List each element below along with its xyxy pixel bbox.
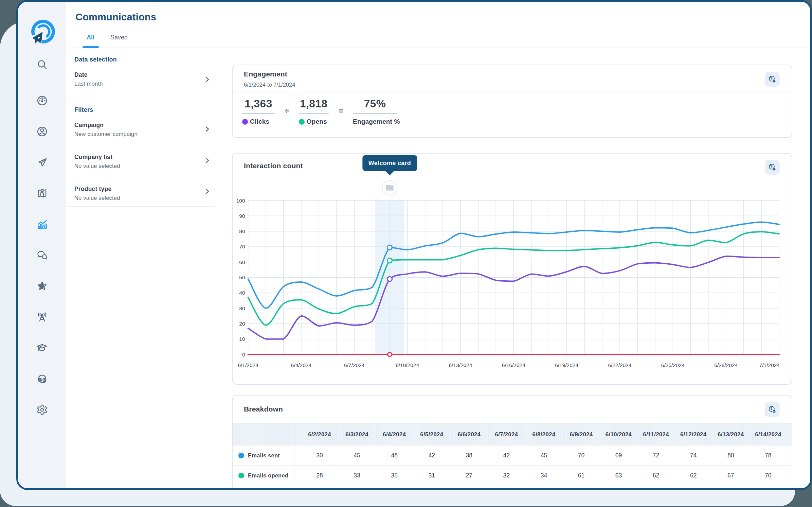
metric-label: Engagement % xyxy=(353,118,397,125)
gear-icon xyxy=(36,404,48,416)
chat-icon xyxy=(36,249,48,261)
main-content: Engagement 6/1/2024 to 7/1/2024 1,363Cli… xyxy=(215,48,810,488)
metric-rule xyxy=(242,113,275,114)
sidebar-item-send[interactable] xyxy=(18,147,66,178)
sidebar-item-gauge[interactable] xyxy=(18,85,66,116)
metric-value: 1,363 xyxy=(242,97,275,110)
breakdown-col-header: 6/11/2024 xyxy=(637,424,675,445)
svg-text:6/13/2024: 6/13/2024 xyxy=(449,362,472,368)
sidebar-item-map[interactable] xyxy=(18,178,66,209)
breakdown-col-header: 6/9/2024 xyxy=(562,424,600,445)
send-icon xyxy=(36,157,48,168)
filter-row-product-type[interactable]: Product typeNo value selected xyxy=(66,176,215,207)
filter-label: Date xyxy=(74,71,196,78)
sidebar-item-antenna[interactable] xyxy=(18,301,66,332)
filter-row-company-list[interactable]: Company listNo value selected xyxy=(66,145,215,176)
legend-dot xyxy=(242,119,248,125)
metric-label-text: Opens xyxy=(307,118,327,125)
breakdown-cell: 78 xyxy=(750,445,787,466)
sidebar-item-headset[interactable] xyxy=(18,363,66,394)
chart-marker xyxy=(387,245,392,250)
breakdown-cell: 67 xyxy=(712,466,750,486)
breakdown-cell: 32 xyxy=(488,466,525,486)
breakdown-table: 6/2/20246/3/20246/4/20246/5/20246/6/2024… xyxy=(233,423,792,485)
divider xyxy=(233,179,792,179)
tab-all[interactable]: All xyxy=(84,34,97,48)
metric-value: 1,818 xyxy=(299,97,329,110)
breakdown-cell: 74 xyxy=(675,445,712,466)
metric-operator: ÷ xyxy=(285,107,289,116)
sidebar-item-graduation[interactable] xyxy=(18,332,66,363)
svg-text:40: 40 xyxy=(239,290,245,296)
breakdown-cell: 30 xyxy=(301,445,338,466)
breakdown-col-header: 6/13/2024 xyxy=(712,424,750,445)
svg-text:6/16/2024: 6/16/2024 xyxy=(502,362,525,368)
sidebar-nav xyxy=(18,49,66,425)
breakdown-cell: 70 xyxy=(750,466,787,486)
breakdown-cell: 62 xyxy=(675,466,712,486)
metric-value: 75% xyxy=(353,97,397,110)
filter-label: Campaign xyxy=(74,122,196,129)
tab-saved[interactable]: Saved xyxy=(107,34,131,48)
analytics-icon xyxy=(36,218,48,230)
interaction-line-chart[interactable]: 01020304050607080901006/1/20246/4/20246/… xyxy=(233,179,792,385)
spacer-cell xyxy=(787,445,792,466)
gauge-add-icon xyxy=(768,405,777,414)
chart-marker xyxy=(387,258,392,263)
page-title: Communications xyxy=(75,12,156,23)
svg-text:6/1/2024: 6/1/2024 xyxy=(238,362,258,368)
breakdown-cell: 42 xyxy=(488,445,525,466)
headset-icon xyxy=(36,373,48,385)
header: Communications AllSaved xyxy=(66,2,810,48)
breakdown-cell: 34 xyxy=(525,466,562,486)
envelope-icon xyxy=(386,185,393,191)
legend-dot xyxy=(299,119,305,125)
filter-label: Product type xyxy=(74,186,196,193)
sidebar-item-search[interactable] xyxy=(18,49,66,80)
breakdown-cell: 69 xyxy=(600,445,637,466)
chevron-right-icon xyxy=(203,76,211,83)
sidebar-item-star[interactable] xyxy=(18,270,66,301)
app-window: Communications AllSaved Data selectionDa… xyxy=(16,0,812,490)
breakdown-card: Breakdown 6/2/20246/3/20246/4/20246/5/20… xyxy=(232,395,792,490)
engagement-add-to-dashboard-button[interactable] xyxy=(765,72,780,87)
filter-value: No value selected xyxy=(74,195,196,201)
breakdown-col-header: 6/7/2024 xyxy=(488,424,525,445)
engagement-card: Engagement 6/1/2024 to 7/1/2024 1,363Cli… xyxy=(232,65,792,138)
breakdown-cell: 70 xyxy=(562,445,600,466)
svg-text:70: 70 xyxy=(239,244,245,249)
breakdown-cell: 33 xyxy=(338,466,376,486)
svg-text:30: 30 xyxy=(239,305,245,311)
breakdown-col-header: 6/12/2024 xyxy=(675,424,712,445)
svg-text:60: 60 xyxy=(239,259,245,265)
sidebar-item-person[interactable] xyxy=(18,116,66,147)
svg-text:0: 0 xyxy=(242,352,245,357)
panel-heading: Data selection xyxy=(66,56,215,63)
breakdown-add-to-dashboard-button[interactable] xyxy=(765,402,780,417)
app-logo[interactable] xyxy=(31,19,55,44)
breakdown-cell: 45 xyxy=(525,445,562,466)
breakdown-row-label: Emails sent xyxy=(233,445,294,466)
page: Communications AllSaved Data selectionDa… xyxy=(0,0,812,507)
metric-label-text: Engagement % xyxy=(353,118,400,125)
interaction-title: Interaction count xyxy=(244,162,792,170)
sidebar-item-analytics[interactable] xyxy=(18,209,66,240)
sidebar-item-gear[interactable] xyxy=(18,394,66,425)
svg-text:6/19/2024: 6/19/2024 xyxy=(555,362,578,368)
metric-label: Clicks xyxy=(242,118,275,125)
chevron-right-icon xyxy=(203,188,211,195)
breakdown-col-header: 6/6/2024 xyxy=(450,424,488,445)
filter-row-date[interactable]: DateLast month xyxy=(66,63,215,96)
sidebar-item-chat[interactable] xyxy=(18,240,66,270)
interaction-add-to-dashboard-button[interactable] xyxy=(765,160,780,175)
graduation-icon xyxy=(36,342,48,354)
filter-row-campaign[interactable]: CampaignNew customer campaign xyxy=(66,113,215,145)
breakdown-row-label: Emails opened xyxy=(233,466,294,486)
search-icon xyxy=(36,59,48,70)
metric-label-text: Clicks xyxy=(250,118,269,125)
svg-text:50: 50 xyxy=(239,275,245,280)
person-icon xyxy=(36,126,48,137)
metric-opens: 1,818Opens xyxy=(299,97,329,125)
breakdown-col-header: 6/10/2024 xyxy=(600,424,637,445)
chart-marker xyxy=(387,277,392,281)
